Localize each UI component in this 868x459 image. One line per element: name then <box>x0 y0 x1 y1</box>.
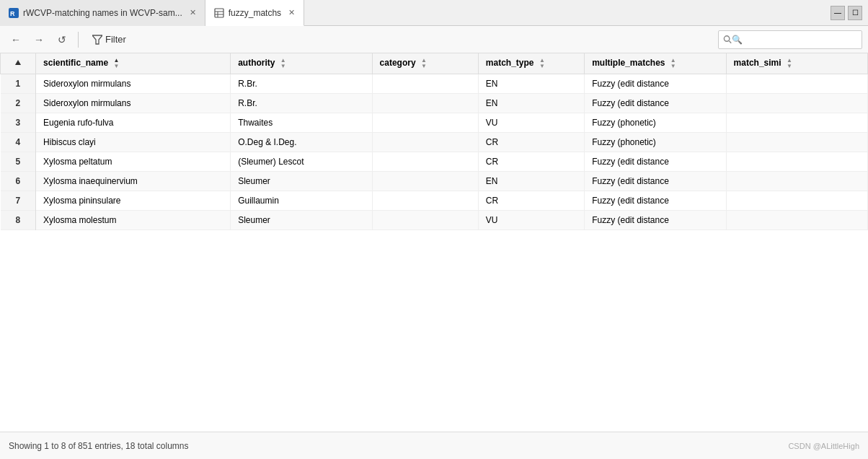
title-bar: R rWCVP-matching names in WCVP-sam... ✕ … <box>0 0 868 26</box>
tab-fuzzy-label: fuzzy_matchs <box>229 8 281 18</box>
forward-button[interactable]: → <box>29 30 49 50</box>
match-type-cell: EN <box>478 172 584 191</box>
search-icon <box>723 35 732 44</box>
match-simi-cell <box>726 211 867 230</box>
sort-indicator-match-type <box>539 58 545 69</box>
tab-fuzzy[interactable]: fuzzy_matchs ✕ <box>205 0 304 26</box>
authority-cell: (Sleumer) Lescot <box>231 152 372 172</box>
authority-cell: R.Br. <box>231 94 372 113</box>
table-row: 5 Xylosma peltatum (Sleumer) Lescot CR F… <box>1 152 868 172</box>
multiple-matches-cell: Fuzzy (phonetic) <box>585 133 726 152</box>
category-cell <box>372 74 478 94</box>
multiple-matches-cell: Fuzzy (phonetic) <box>585 113 726 133</box>
refresh-button[interactable]: ↺ <box>52 30 72 50</box>
category-cell <box>372 113 478 133</box>
match-simi-cell <box>726 191 867 211</box>
sort-indicator-multiple-matches <box>670 58 676 69</box>
category-cell <box>372 152 478 172</box>
scientific-name-cell: Sideroxylon mirmulans <box>36 94 231 113</box>
scientific-name-cell: Xylosma inaequinervium <box>36 172 231 191</box>
row-num-cell: 3 <box>1 113 36 133</box>
table-row: 1 Sideroxylon mirmulans R.Br. EN Fuzzy (… <box>1 74 868 94</box>
filter-button[interactable]: Filter <box>84 30 134 50</box>
match-type-cell: EN <box>478 94 584 113</box>
filter-label: Filter <box>105 34 126 45</box>
table-row: 6 Xylosma inaequinervium Sleumer EN Fuzz… <box>1 172 868 191</box>
category-cell <box>372 172 478 191</box>
toolbar: ← → ↺ Filter <box>0 26 868 53</box>
col-header-category[interactable]: category <box>372 53 478 74</box>
authority-cell: O.Deg & I.Deg. <box>231 133 372 152</box>
multiple-matches-cell: Fuzzy (edit distance <box>585 94 726 113</box>
row-num-cell: 1 <box>1 74 36 94</box>
search-input[interactable] <box>732 35 857 45</box>
tab-rwcvp-label: rWCVP-matching names in WCVP-sam... <box>23 8 182 18</box>
data-table: scientific_name authority category match… <box>0 53 868 230</box>
col-header-multiple-matches[interactable]: multiple_matches <box>585 53 726 74</box>
row-num-cell: 2 <box>1 94 36 113</box>
table-row: 2 Sideroxylon mirmulans R.Br. EN Fuzzy (… <box>1 94 868 113</box>
svg-point-7 <box>724 36 729 41</box>
match-type-cell: CR <box>478 133 584 152</box>
back-button[interactable]: ← <box>6 30 26 50</box>
match-simi-cell <box>726 133 867 152</box>
authority-cell: Sleumer <box>231 172 372 191</box>
col-header-rownum[interactable] <box>1 53 36 74</box>
filter-icon <box>92 35 102 45</box>
multiple-matches-cell: Fuzzy (edit distance <box>585 74 726 94</box>
tab-rwcvp-close[interactable]: ✕ <box>190 8 196 17</box>
search-box[interactable] <box>718 30 862 49</box>
col-header-match-simi[interactable]: match_simi <box>726 53 867 74</box>
multiple-matches-cell: Fuzzy (edit distance <box>585 152 726 172</box>
match-type-cell: VU <box>478 113 584 133</box>
scientific-name-cell: Xylosma molestum <box>36 211 231 230</box>
category-cell <box>372 133 478 152</box>
table-wrapper[interactable]: scientific_name authority category match… <box>0 53 868 432</box>
authority-cell: Thwaites <box>231 113 372 133</box>
svg-marker-9 <box>15 60 21 65</box>
maximize-button[interactable]: ☐ <box>848 6 862 20</box>
table-row: 8 Xylosma molestum Sleumer VU Fuzzy (edi… <box>1 211 868 230</box>
match-simi-cell <box>726 94 867 113</box>
scientific-name-cell: Sideroxylon mirmulans <box>36 74 231 94</box>
svg-rect-2 <box>215 9 223 17</box>
status-brand: CSDN @ALittleHigh <box>788 442 859 450</box>
row-num-cell: 4 <box>1 133 36 152</box>
r-icon: R <box>9 8 19 18</box>
scientific-name-cell: Eugenia rufo-fulva <box>36 113 231 133</box>
svg-line-8 <box>729 41 731 43</box>
authority-cell: Guillaumin <box>231 191 372 211</box>
table-icon <box>214 8 224 18</box>
minimize-button[interactable]: — <box>831 6 845 20</box>
tab-fuzzy-close[interactable]: ✕ <box>288 8 295 17</box>
toolbar-separator <box>78 32 79 48</box>
col-header-match-type[interactable]: match_type <box>478 53 584 74</box>
scientific-name-cell: Xylosma pininsulare <box>36 191 231 211</box>
category-cell <box>372 191 478 211</box>
sort-indicator-match-simi <box>787 58 792 69</box>
table-container: scientific_name authority category match… <box>0 53 868 432</box>
scientific-name-cell: Xylosma peltatum <box>36 152 231 172</box>
match-type-cell: CR <box>478 191 584 211</box>
table-row: 7 Xylosma pininsulare Guillaumin CR Fuzz… <box>1 191 868 211</box>
row-num-cell: 8 <box>1 211 36 230</box>
table-row: 4 Hibiscus clayi O.Deg & I.Deg. CR Fuzzy… <box>1 133 868 152</box>
match-type-cell: EN <box>478 74 584 94</box>
col-header-scientific-name[interactable]: scientific_name <box>36 53 231 74</box>
tab-rwcvp[interactable]: R rWCVP-matching names in WCVP-sam... ✕ <box>0 0 205 26</box>
table-body: 1 Sideroxylon mirmulans R.Br. EN Fuzzy (… <box>1 74 868 230</box>
match-type-cell: VU <box>478 211 584 230</box>
row-num-cell: 5 <box>1 152 36 172</box>
category-cell <box>372 94 478 113</box>
col-header-authority[interactable]: authority <box>231 53 372 74</box>
sort-asc-icon <box>14 59 22 66</box>
row-num-cell: 6 <box>1 172 36 191</box>
table-header-row: scientific_name authority category match… <box>1 53 868 74</box>
sort-indicator-category <box>421 58 427 69</box>
row-num-cell: 7 <box>1 191 36 211</box>
scientific-name-cell: Hibiscus clayi <box>36 133 231 152</box>
svg-marker-6 <box>92 35 102 44</box>
status-text: Showing 1 to 8 of 851 entries, 18 total … <box>9 441 189 451</box>
sort-indicator-authority <box>280 58 286 69</box>
multiple-matches-cell: Fuzzy (edit distance <box>585 211 726 230</box>
